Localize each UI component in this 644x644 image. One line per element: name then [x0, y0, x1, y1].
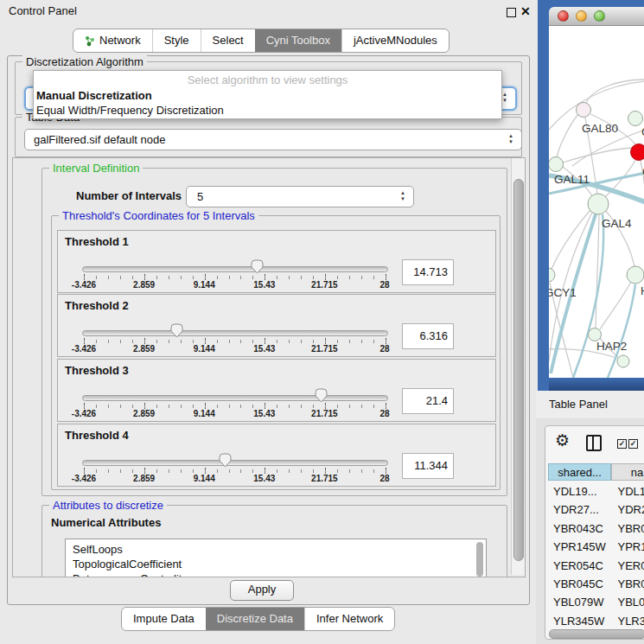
minimize-traffic-light-icon[interactable] — [576, 10, 587, 22]
horizontal-scrollbar[interactable] — [549, 629, 644, 639]
vertical-scrollbar[interactable] — [511, 158, 525, 575]
node-gal80[interactable] — [577, 103, 591, 118]
number-of-intervals-spinner[interactable]: 5 ▲▼ — [186, 186, 414, 207]
list-item[interactable]: TopologicalCoefficient — [66, 557, 486, 571]
table-cell: YER054C — [548, 557, 610, 575]
table-data-combobox[interactable]: galFiltered.sif default node ▲▼ — [24, 129, 522, 150]
network-graph[interactable]: GAL80 GAL11 GAL4 GCY1 HAP2 H GA C — [549, 26, 644, 378]
tick-label: 15.43 — [253, 344, 275, 354]
tick-label: 2.859 — [133, 280, 155, 290]
table-row[interactable]: YDR27...YDR2 — [548, 501, 644, 519]
table-row[interactable]: YDL19...YDL1 — [548, 482, 644, 501]
table-cell: YBR043C — [548, 520, 610, 538]
scrollbar-thumb[interactable] — [476, 542, 483, 577]
tab-infer-network[interactable]: Infer Network — [304, 608, 394, 630]
column-layout-icon[interactable] — [586, 435, 602, 451]
table-cell: YBL0 — [610, 593, 644, 611]
table-row[interactable]: YBR045CYBR0 — [548, 575, 644, 593]
table-cell: YLR345W — [548, 612, 610, 630]
zoom-traffic-light-icon[interactable] — [594, 10, 605, 22]
node-h[interactable] — [627, 266, 644, 284]
tick-label: 15.43 — [253, 409, 275, 418]
network-canvas[interactable]: GAL80 GAL11 GAL4 GCY1 HAP2 H GA C — [549, 26, 644, 378]
checkbox-icon[interactable]: ✓ — [617, 439, 627, 449]
table-cell: YPR1 — [610, 538, 644, 556]
tab-select[interactable]: Select — [201, 29, 255, 52]
table-panel-inner: ⚙ ✓ ✓ shared... na YDL19...YDL1YDR27...Y… — [545, 425, 644, 640]
tab-cyni-toolbox[interactable]: Cyni Toolbox — [255, 29, 341, 52]
tick-label: 9.144 — [194, 344, 215, 354]
network-icon — [85, 35, 95, 47]
table-row[interactable]: YER054CYER0 — [548, 557, 644, 575]
slider-minor-ticks — [84, 340, 386, 343]
tick-label: 15.43 — [253, 280, 275, 290]
table-row[interactable]: YBR043CYBR0 — [548, 520, 644, 538]
table-data-group: Table Data galFiltered.sif default node … — [15, 117, 522, 157]
threshold-label: Threshold 2 — [65, 299, 129, 312]
dropdown-option-equal-width-frequency[interactable]: Equal Width/Frequency Discretization — [34, 103, 501, 118]
discretization-algorithm-group-title: Discretization Algorithm — [22, 55, 147, 68]
table-cell: YBL079W — [548, 593, 610, 611]
node-gal4[interactable] — [588, 194, 609, 214]
combo-arrows-icon: ▲▼ — [508, 133, 513, 145]
checkbox-icon[interactable]: ✓ — [628, 439, 638, 449]
table-row[interactable]: YPR145WYPR1 — [548, 538, 644, 556]
threshold-value-field[interactable]: 14.713 — [402, 259, 454, 285]
table-row[interactable]: YBL079WYBL0 — [548, 593, 644, 611]
network-view-window[interactable]: GAL80 GAL11 GAL4 GCY1 HAP2 H GA C — [538, 0, 644, 391]
float-window-icon[interactable] — [507, 8, 516, 17]
numerical-attributes-list[interactable]: SelfLoopsTopologicalCoefficientBetweenne… — [65, 539, 487, 577]
list-item[interactable]: BetweennessCentrality — [66, 571, 486, 577]
node-selected-red[interactable] — [631, 144, 644, 161]
threshold-label: Threshold 4 — [65, 429, 129, 442]
close-icon[interactable]: ✕ — [520, 3, 531, 19]
node-top-right[interactable] — [628, 112, 643, 126]
threshold-value-field[interactable]: 6.316 — [402, 323, 454, 349]
dropdown-option-manual-discretization[interactable]: Manual Discretization — [34, 88, 501, 103]
table-cell: YLR3 — [610, 612, 644, 630]
threshold-panel: Threshold 2-3.4262.8599.14415.4321.71528… — [57, 294, 496, 357]
slider-track[interactable] — [82, 266, 388, 272]
node-gal11[interactable] — [549, 157, 564, 172]
attributes-list-scrollbar[interactable] — [475, 540, 485, 577]
table-panel-title: Table Panel — [549, 391, 608, 418]
table-row[interactable]: YLR345WYLR3 — [548, 612, 644, 630]
tick-label: -3.426 — [72, 280, 96, 290]
table-cell: YDR2 — [610, 501, 644, 519]
slider-handle[interactable] — [251, 259, 264, 274]
network-window-titlebar[interactable] — [549, 7, 644, 26]
scrollbar-thumb[interactable] — [513, 179, 524, 561]
threshold-value-field[interactable]: 11.344 — [402, 453, 454, 479]
node-bottom[interactable] — [617, 355, 629, 367]
settings-scroll-area: Interval Definition Number of Intervals … — [12, 157, 526, 577]
column-header-name[interactable]: na — [611, 463, 644, 481]
gear-icon[interactable]: ⚙ — [555, 431, 570, 450]
thresholds-group-title: Threshold's Coordinates for 5 Intervals — [59, 209, 258, 222]
slider-handle[interactable] — [219, 453, 232, 468]
slider-handle[interactable] — [315, 388, 328, 403]
tab-jactivemnodules[interactable]: jActiveMNodules — [341, 29, 449, 52]
slider-track[interactable] — [82, 460, 388, 466]
list-item[interactable]: SelfLoops — [66, 542, 486, 557]
table-panel-body: ⚙ ✓ ✓ shared... na YDL19...YDL1YDR27...Y… — [536, 418, 644, 644]
node-gcy1[interactable] — [549, 268, 555, 282]
tick-label: 28 — [379, 474, 389, 483]
right-side: GAL80 GAL11 GAL4 GCY1 HAP2 H GA C Table … — [536, 0, 644, 644]
bottom-tab-bar: Impute DataDiscretize DataInfer Network — [121, 607, 395, 631]
tab-impute-data[interactable]: Impute Data — [122, 608, 206, 630]
threshold-label: Threshold 1 — [65, 235, 129, 248]
apply-button[interactable]: Apply — [230, 580, 294, 601]
tab-style[interactable]: Style — [152, 29, 201, 52]
threshold-value-field[interactable]: 21.4 — [402, 388, 454, 414]
svg-text:GCY1: GCY1 — [549, 286, 577, 299]
slider-track[interactable] — [82, 330, 388, 336]
slider-track[interactable] — [82, 395, 388, 401]
svg-text:HAP2: HAP2 — [596, 340, 627, 353]
tab-label: Discretize Data — [217, 609, 293, 629]
close-traffic-light-icon[interactable] — [558, 10, 569, 22]
slider-handle[interactable] — [170, 323, 183, 338]
column-header-shared-name[interactable]: shared... — [548, 463, 611, 481]
network-window-bottom-frame — [549, 378, 644, 391]
tab-network[interactable]: Network — [73, 29, 152, 52]
tab-discretize-data[interactable]: Discretize Data — [206, 608, 304, 630]
